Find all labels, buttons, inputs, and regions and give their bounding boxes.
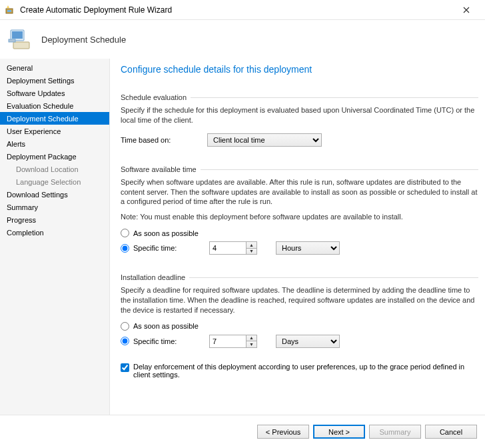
cancel-button[interactable]: Cancel [425, 425, 477, 439]
sidebar-item[interactable]: Deployment Settings [0, 74, 109, 87]
spin-up-icon[interactable]: ▲ [246, 335, 256, 342]
sidebar-item[interactable]: Summary [0, 201, 109, 213]
close-button[interactable] [453, 1, 480, 19]
computer-icon [7, 26, 33, 53]
spin-up-icon[interactable]: ▲ [246, 242, 256, 249]
deadline-asap-label: As soon as possible [133, 322, 199, 330]
sidebar-item[interactable]: User Experience [0, 125, 109, 137]
main-content: Configure schedule details for this depl… [110, 59, 485, 415]
svg-rect-5 [9, 39, 15, 42]
sidebar-item[interactable]: Completion [0, 226, 109, 239]
deadline-unit-select[interactable]: Days [276, 335, 340, 348]
svg-rect-1 [7, 10, 11, 12]
schedule-eval-desc: Specify if the schedule for this deploym… [121, 105, 478, 125]
deadline-specific-radio[interactable] [121, 337, 129, 345]
group-title-deadline: Installation deadline [121, 273, 189, 281]
time-based-on-label: Time based on: [121, 136, 207, 144]
spin-down-icon[interactable]: ▼ [246, 341, 256, 347]
time-based-on-select[interactable]: Client local time [207, 133, 322, 147]
available-desc: Specify when software updates are availa… [121, 177, 478, 207]
sidebar-item[interactable]: Deployment Schedule [0, 112, 109, 125]
available-value-input[interactable] [210, 242, 246, 254]
sidebar-item[interactable]: Alerts [0, 137, 109, 150]
sidebar-item[interactable]: Language Selection [0, 175, 109, 188]
sidebar-item[interactable]: Progress [0, 213, 109, 226]
group-title-schedule-eval: Schedule evaluation [121, 93, 191, 101]
sidebar-item[interactable]: Software Updates [0, 87, 109, 99]
next-button[interactable]: Next > [313, 425, 365, 439]
window-title: Create Automatic Deployment Rule Wizard [20, 5, 453, 15]
sidebar-item[interactable]: General [0, 61, 109, 74]
previous-button[interactable]: < Previous [257, 425, 309, 439]
spin-down-icon[interactable]: ▼ [246, 249, 256, 255]
wizard-icon [5, 5, 16, 15]
deadline-asap-radio[interactable] [121, 322, 129, 331]
available-specific-radio[interactable] [121, 244, 129, 253]
available-asap-label: As soon as possible [133, 229, 199, 237]
page-title: Deployment Schedule [41, 35, 126, 45]
available-note: Note: You must enable this deployment be… [121, 212, 478, 222]
sidebar-item[interactable]: Download Settings [0, 188, 109, 201]
group-title-available: Software available time [121, 165, 201, 173]
delay-enforcement-label: Delay enforcement of this deployment acc… [133, 363, 478, 379]
deadline-desc: Specify a deadline for required software… [121, 285, 478, 315]
available-value-spinner[interactable]: ▲▼ [209, 241, 257, 255]
available-unit-select[interactable]: Hours [276, 241, 340, 255]
deadline-value-input[interactable] [210, 335, 246, 347]
sidebar-item[interactable]: Download Location [0, 163, 109, 175]
svg-rect-3 [12, 31, 23, 39]
main-heading: Configure schedule details for this depl… [121, 64, 478, 75]
sidebar-item[interactable]: Evaluation Schedule [0, 99, 109, 112]
svg-rect-4 [13, 42, 29, 49]
sidebar-item[interactable]: Deployment Package [0, 150, 109, 163]
deadline-specific-label: Specific time: [133, 337, 209, 345]
available-asap-radio[interactable] [121, 229, 129, 237]
delay-enforcement-checkbox[interactable] [121, 363, 129, 372]
summary-button: Summary [369, 425, 421, 439]
deadline-value-spinner[interactable]: ▲▼ [209, 335, 257, 348]
available-specific-label: Specific time: [133, 244, 209, 252]
sidebar: GeneralDeployment SettingsSoftware Updat… [0, 59, 110, 415]
